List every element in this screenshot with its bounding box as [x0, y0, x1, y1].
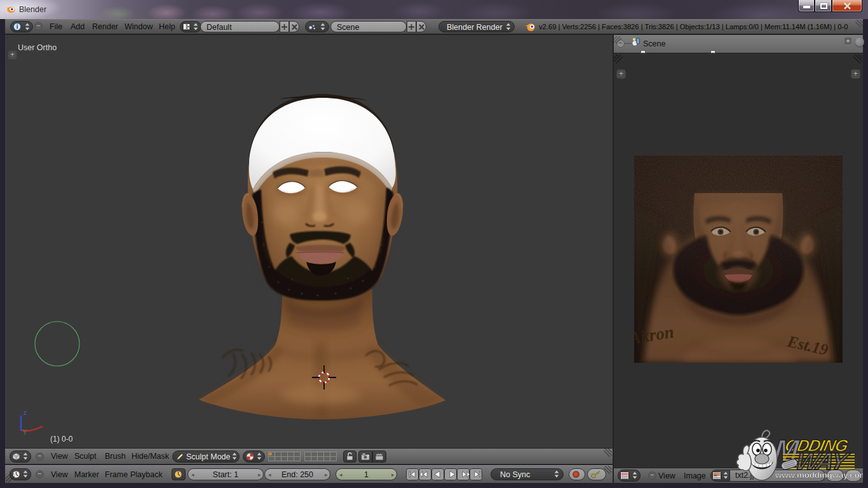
svg-text:www.moddingway.com: www.moddingway.com [775, 470, 863, 480]
svg-text:z: z [24, 409, 27, 416]
svg-text:i: i [17, 24, 18, 30]
svg-text:y: y [24, 428, 27, 435]
